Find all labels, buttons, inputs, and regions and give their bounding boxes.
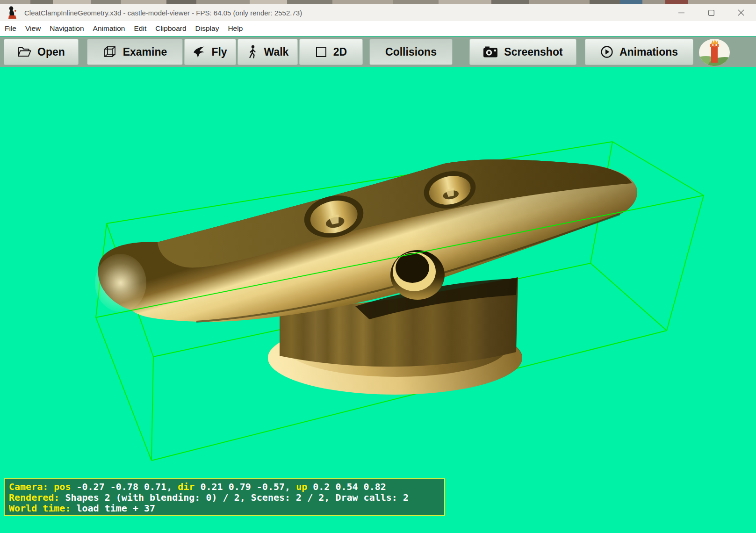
status-camera-line: Camera: pos -0.27 -0.78 0.71, dir 0.21 0… <box>9 482 440 492</box>
status-rendered-keyword: Rendered: <box>9 492 65 503</box>
menu-help[interactable]: Help <box>228 24 243 33</box>
view-2d-button[interactable]: 2D <box>299 39 363 65</box>
play-circle-icon <box>600 45 613 58</box>
maximize-button[interactable] <box>696 4 726 21</box>
through-hole <box>390 250 445 300</box>
menu-display[interactable]: Display <box>195 24 219 33</box>
status-up-value: 0.2 0.54 0.82 <box>313 481 386 492</box>
status-up-keyword: up <box>296 481 313 492</box>
status-worldtime-line: World time: load time + 37 <box>9 503 440 514</box>
fly-bird-icon <box>193 46 205 58</box>
menu-view[interactable]: View <box>25 24 41 33</box>
status-camera-pos: -0.27 -0.78 0.71, <box>77 481 178 492</box>
open-button[interactable]: Open <box>4 39 79 65</box>
examine-cube-icon <box>103 45 117 59</box>
minimize-button[interactable] <box>666 4 696 21</box>
status-overlay: Camera: pos -0.27 -0.78 0.71, dir 0.21 0… <box>4 478 445 516</box>
menu-edit[interactable]: Edit <box>134 24 147 33</box>
status-worldtime-keyword: World time: <box>9 503 77 514</box>
minimize-icon <box>678 10 684 16</box>
desktop-background-sliver <box>0 0 756 4</box>
status-rendered-value: Shapes 2 (with blending: 0) / 2, Scenes:… <box>65 492 409 503</box>
scene-viewport[interactable]: Camera: pos -0.27 -0.78 0.71, dir 0.21 0… <box>0 67 756 533</box>
examine-button-label: Examine <box>123 46 167 58</box>
open-button-label: Open <box>37 46 65 58</box>
camera-icon <box>483 46 498 58</box>
status-camera-keyword: Camera: pos <box>9 481 77 492</box>
screenshot-button-label: Screenshot <box>504 46 562 58</box>
app-window-icon <box>7 6 19 19</box>
logo-art <box>698 38 730 66</box>
collisions-button[interactable]: Collisions <box>369 39 453 65</box>
scene-canvas <box>0 67 756 533</box>
status-rendered-line: Rendered: Shapes 2 (with blending: 0) / … <box>9 492 440 503</box>
toolbar: Open Examine Fly Walk 2D Collisions <box>0 37 756 67</box>
status-dir-value: 0.21 0.79 -0.57, <box>200 481 296 492</box>
open-folder-icon <box>17 46 31 58</box>
close-button[interactable] <box>726 4 756 21</box>
status-dir-keyword: dir <box>178 481 200 492</box>
fly-button-label: Fly <box>211 46 227 58</box>
view-2d-button-label: 2D <box>333 46 347 58</box>
screenshot-button[interactable]: Screenshot <box>469 39 576 65</box>
status-worldtime-value: load time + 37 <box>77 503 156 514</box>
menu-clipboard[interactable]: Clipboard <box>155 24 186 33</box>
horn-tip-highlight <box>95 254 146 312</box>
collisions-button-label: Collisions <box>385 46 437 58</box>
window-title: CleatClampInlineGeometry.x3d - castle-mo… <box>24 9 302 17</box>
menu-navigation[interactable]: Navigation <box>50 24 84 33</box>
walk-person-icon <box>247 45 258 59</box>
titlebar: CleatClampInlineGeometry.x3d - castle-mo… <box>0 4 756 21</box>
animations-button[interactable]: Animations <box>585 39 693 65</box>
window-controls <box>666 4 756 21</box>
examine-button[interactable]: Examine <box>87 39 183 65</box>
through-hole-bore <box>396 253 429 283</box>
menubar: File View Navigation Animation Edit Clip… <box>0 21 756 36</box>
square-2d-icon <box>315 46 327 58</box>
castle-game-engine-logo[interactable] <box>698 38 730 66</box>
menu-file[interactable]: File <box>5 24 16 33</box>
close-icon <box>738 9 744 16</box>
walk-button-label: Walk <box>264 46 289 58</box>
maximize-icon <box>708 10 714 16</box>
animations-button-label: Animations <box>619 46 678 58</box>
walk-button[interactable]: Walk <box>238 39 298 65</box>
fly-button[interactable]: Fly <box>184 39 236 65</box>
menu-animation[interactable]: Animation <box>93 24 125 33</box>
